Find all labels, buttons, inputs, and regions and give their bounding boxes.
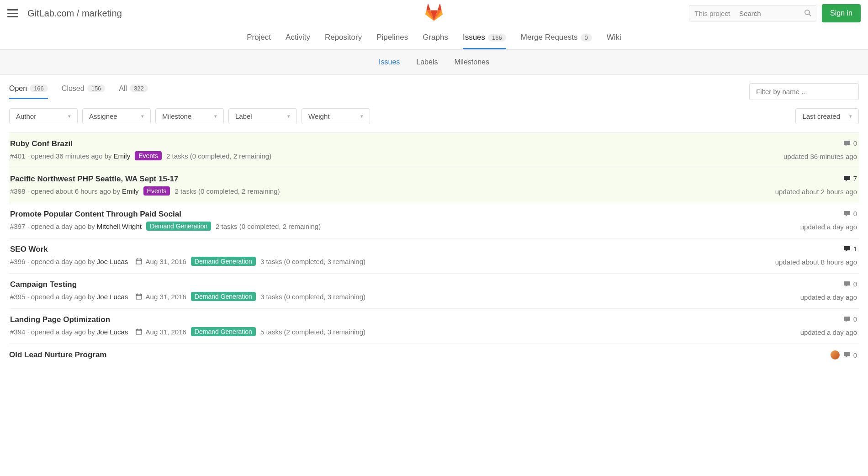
chevron-down-icon: ▾ — [849, 113, 852, 119]
issue-author[interactable]: Joe Lucas — [97, 258, 128, 265]
nav-graphs[interactable]: Graphs — [423, 33, 448, 49]
issue-comments-count: 1 — [853, 245, 857, 253]
nav-pipelines[interactable]: Pipelines — [376, 33, 408, 49]
issue-milestone-date[interactable]: Aug 31, 2016 — [146, 328, 186, 336]
issue-row[interactable]: Campaign Testing#395 · opened a day ago … — [9, 274, 859, 309]
nav-merge-requests[interactable]: Merge Requests 0 — [521, 33, 592, 49]
issue-opened: opened about 6 hours ago by — [31, 187, 120, 195]
filter-author-dropdown[interactable]: Author▾ — [9, 108, 78, 124]
issue-author[interactable]: Mitchell Wright — [97, 222, 142, 230]
subnav-milestones[interactable]: Milestones — [454, 58, 489, 66]
issue-title[interactable]: Campaign Testing — [10, 280, 758, 289]
filter-assignee-dropdown[interactable]: Assignee▾ — [82, 108, 151, 124]
issue-meta: #395 · opened a day ago by Joe Lucas Aug… — [10, 292, 758, 301]
issue-comments[interactable]: 7 — [843, 175, 857, 182]
sort-dropdown[interactable]: Last created▾ — [795, 108, 859, 124]
issue-comments-count: 0 — [853, 280, 857, 288]
nav-merge-requests-count: 0 — [581, 34, 592, 42]
issue-updated: updated a day ago — [800, 328, 857, 336]
issue-row[interactable]: Pacific Northwest PHP Seattle, WA Sept 1… — [9, 168, 859, 203]
issue-comments[interactable]: 0 — [843, 315, 857, 323]
issue-title[interactable]: Ruby Conf Brazil — [10, 139, 758, 148]
search-icon[interactable] — [799, 9, 816, 18]
issue-title[interactable]: SEO Work — [10, 245, 758, 254]
search-scope-label: This project — [689, 10, 736, 17]
issue-author[interactable]: Emily — [122, 187, 139, 195]
issue-meta: #394 · opened a day ago by Joe Lucas Aug… — [10, 327, 758, 336]
avatar[interactable] — [831, 350, 840, 360]
issue-updated: updated a day ago — [800, 293, 857, 301]
issue-row[interactable]: SEO Work#396 · opened a day ago by Joe L… — [9, 238, 859, 274]
state-tabs-row: Open 166 Closed 156 All 322 — [9, 75, 859, 100]
issue-row[interactable]: Landing Page Optimization#394 · opened a… — [9, 309, 859, 344]
top-header: GitLab.com / marketing This project Sign… — [0, 0, 868, 26]
issue-ref: #401 · — [10, 152, 29, 160]
issue-row[interactable]: Ruby Conf Brazil#401 · opened 36 minutes… — [9, 133, 859, 168]
filter-milestone-dropdown[interactable]: Milestone▾ — [155, 108, 224, 124]
issue-title[interactable]: Old Lead Nurture Program — [9, 350, 106, 360]
subnav-labels[interactable]: Labels — [416, 58, 438, 66]
nav-issues-count: 166 — [488, 34, 506, 42]
nav-issues[interactable]: Issues 166 — [463, 33, 506, 49]
nav-project[interactable]: Project — [247, 33, 271, 49]
gitlab-logo-icon[interactable] — [425, 4, 443, 23]
issue-title[interactable]: Promote Popular Content Through Paid Soc… — [10, 210, 758, 219]
issue-updated: updated 36 minutes ago — [783, 153, 857, 160]
filter-weight-label: Weight — [308, 112, 329, 120]
sort-label: Last created — [802, 112, 840, 120]
issue-comments[interactable]: 0 — [843, 280, 857, 288]
svg-rect-2 — [136, 259, 142, 264]
issue-updated: updated about 8 hours ago — [775, 258, 857, 266]
nav-repository[interactable]: Repository — [325, 33, 362, 49]
hamburger-menu-icon[interactable] — [7, 9, 18, 17]
issue-milestone-date[interactable]: Aug 31, 2016 — [146, 293, 186, 301]
issue-label[interactable]: Demand Generation — [146, 222, 211, 231]
chevron-down-icon: ▾ — [68, 113, 71, 119]
issue-comments[interactable]: 1 — [843, 245, 857, 253]
issue-label[interactable]: Events — [135, 151, 162, 160]
nav-wiki[interactable]: Wiki — [607, 33, 621, 49]
tab-closed[interactable]: Closed 156 — [62, 85, 106, 99]
calendar-icon — [136, 328, 142, 335]
filter-weight-dropdown[interactable]: Weight▾ — [302, 108, 370, 124]
filter-author-label: Author — [16, 112, 36, 120]
issue-milestone-date[interactable]: Aug 31, 2016 — [146, 258, 186, 265]
sub-nav: Issues Labels Milestones — [0, 50, 868, 75]
issue-comments[interactable]: 0 — [843, 351, 857, 359]
filter-label-dropdown[interactable]: Label▾ — [228, 108, 297, 124]
search-box[interactable]: This project — [689, 5, 817, 21]
issue-tasks: 2 tasks (0 completed, 2 remaining) — [166, 152, 271, 160]
breadcrumb[interactable]: GitLab.com / marketing — [27, 8, 122, 19]
issue-author[interactable]: Joe Lucas — [97, 328, 128, 336]
issue-comments-count: 0 — [853, 139, 857, 147]
issue-label[interactable]: Demand Generation — [191, 327, 256, 336]
search-input[interactable] — [736, 5, 799, 21]
issue-tasks: 5 tasks (2 completed, 3 remaining) — [260, 328, 365, 336]
svg-point-0 — [805, 10, 810, 15]
issue-title[interactable]: Landing Page Optimization — [10, 315, 758, 324]
sign-in-button[interactable]: Sign in — [822, 4, 861, 22]
issue-comments-count: 0 — [853, 210, 857, 217]
tab-open[interactable]: Open 166 — [9, 85, 48, 99]
filter-name-input[interactable] — [749, 83, 859, 100]
issue-author[interactable]: Joe Lucas — [97, 293, 128, 301]
issue-row[interactable]: Old Lead Nurture Program 0 — [9, 344, 859, 360]
issue-title[interactable]: Pacific Northwest PHP Seattle, WA Sept 1… — [10, 175, 758, 184]
tab-all[interactable]: All 322 — [119, 85, 148, 99]
issue-author[interactable]: Emily — [114, 152, 131, 160]
issue-tasks: 3 tasks (0 completed, 3 remaining) — [260, 258, 365, 265]
issue-label[interactable]: Demand Generation — [191, 257, 256, 266]
issue-label[interactable]: Events — [143, 186, 170, 196]
filter-assignee-label: Assignee — [89, 112, 117, 120]
issue-comments[interactable]: 0 — [843, 139, 857, 147]
issue-ref: #398 · — [10, 187, 29, 195]
issue-tasks: 2 tasks (0 completed, 2 remaining) — [175, 187, 280, 195]
tab-closed-label: Closed — [62, 85, 85, 93]
issue-ref: #394 · — [10, 328, 29, 336]
chevron-down-icon: ▾ — [287, 113, 290, 119]
issue-label[interactable]: Demand Generation — [191, 292, 256, 301]
subnav-issues[interactable]: Issues — [379, 58, 400, 66]
issue-comments[interactable]: 0 — [843, 210, 857, 217]
issue-row[interactable]: Promote Popular Content Through Paid Soc… — [9, 203, 859, 238]
nav-activity[interactable]: Activity — [286, 33, 310, 49]
